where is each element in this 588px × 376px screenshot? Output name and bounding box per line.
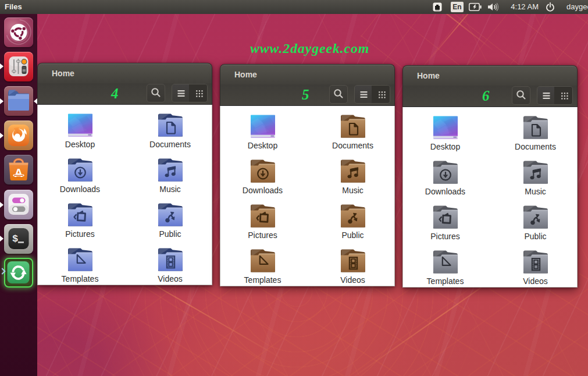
- svg-text:A: A: [15, 166, 23, 179]
- svg-text:$: $: [12, 233, 18, 244]
